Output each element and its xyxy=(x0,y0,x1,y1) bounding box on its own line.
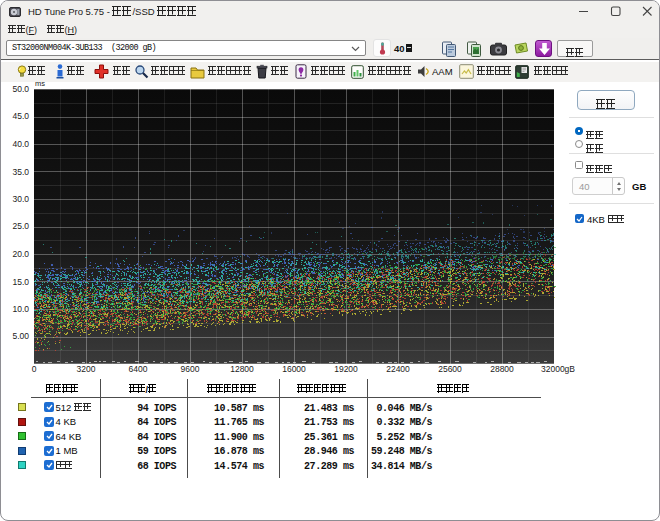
svg-text:5.00: 5.00 xyxy=(12,331,29,341)
svg-text:35.0: 35.0 xyxy=(12,167,29,177)
svg-text:40.0: 40.0 xyxy=(12,139,29,149)
svg-text:6400: 6400 xyxy=(129,364,148,374)
svg-text:3200: 3200 xyxy=(77,364,96,374)
svg-text:45.0: 45.0 xyxy=(12,111,29,121)
svg-text:25600: 25600 xyxy=(438,364,462,374)
svg-text:50.0: 50.0 xyxy=(12,84,29,94)
svg-text:15.0: 15.0 xyxy=(12,277,29,287)
svg-text:30.0: 30.0 xyxy=(12,194,29,204)
svg-text:28800: 28800 xyxy=(490,364,514,374)
svg-text:12800: 12800 xyxy=(230,364,254,374)
svg-text:16000: 16000 xyxy=(282,364,306,374)
svg-text:25.0: 25.0 xyxy=(12,221,29,231)
svg-text:ms: ms xyxy=(35,79,45,88)
svg-text:0: 0 xyxy=(32,364,37,374)
svg-text:22400: 22400 xyxy=(386,364,410,374)
svg-text:19200: 19200 xyxy=(334,364,358,374)
svg-text:20.0: 20.0 xyxy=(12,249,29,259)
svg-text:10.0: 10.0 xyxy=(12,304,29,314)
svg-text:32000gB: 32000gB xyxy=(541,364,575,374)
svg-text:9600: 9600 xyxy=(181,364,200,374)
